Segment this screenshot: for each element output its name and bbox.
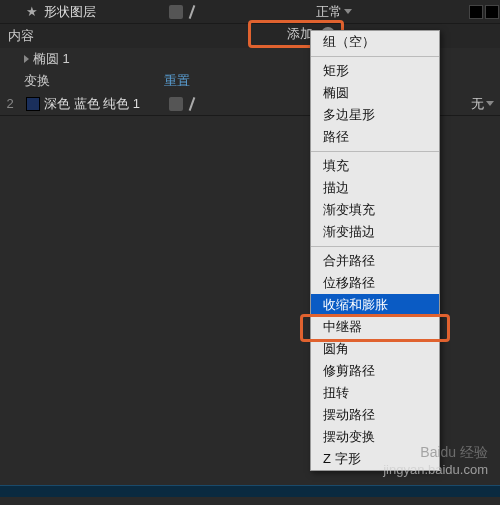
transform-label: 变换 — [24, 72, 164, 90]
fx-icon[interactable] — [185, 97, 199, 111]
shy-icon[interactable] — [169, 97, 183, 111]
fx-icon[interactable] — [185, 5, 199, 19]
menu-separator — [311, 56, 439, 57]
menu-item[interactable]: 位移路径 — [311, 272, 439, 294]
timeline-strip — [0, 485, 500, 497]
menu-item[interactable]: 圆角 — [311, 338, 439, 360]
blend-mode[interactable]: 正常 — [310, 3, 358, 21]
menu-item[interactable]: 多边星形 — [311, 104, 439, 126]
menu-item[interactable]: 渐变描边 — [311, 221, 439, 243]
watermark: Baidu 经验 jingyan.baidu.com — [383, 444, 488, 477]
menu-item[interactable]: 路径 — [311, 126, 439, 148]
color-swatch — [469, 5, 483, 19]
menu-item[interactable]: 中继器 — [311, 316, 439, 338]
parent-link[interactable]: 无 — [465, 95, 500, 113]
menu-item[interactable]: 渐变填充 — [311, 199, 439, 221]
menu-item[interactable]: 描边 — [311, 177, 439, 199]
menu-item[interactable]: 填充 — [311, 155, 439, 177]
expand-icon[interactable] — [24, 55, 29, 63]
ellipse-name: 椭圆 1 — [33, 50, 70, 68]
menu-item[interactable]: 摆动路径 — [311, 404, 439, 426]
add-menu: 组（空）矩形椭圆多边星形路径填充描边渐变填充渐变描边合并路径位移路径收缩和膨胀中… — [310, 30, 440, 471]
menu-item[interactable]: 合并路径 — [311, 250, 439, 272]
color-swatch — [485, 5, 499, 19]
shy-icon[interactable] — [169, 5, 183, 19]
content-label: 内容 — [8, 27, 34, 45]
menu-item[interactable]: 椭圆 — [311, 82, 439, 104]
menu-item[interactable]: 收缩和膨胀 — [311, 294, 439, 316]
color-label — [20, 96, 38, 112]
solid-name[interactable]: 深色 蓝色 纯色 1 — [38, 95, 168, 113]
menu-item[interactable]: 矩形 — [311, 60, 439, 82]
star-icon[interactable]: ★ — [20, 4, 38, 19]
menu-separator — [311, 246, 439, 247]
menu-separator — [311, 151, 439, 152]
reset-link[interactable]: 重置 — [164, 72, 190, 90]
menu-item[interactable]: 组（空） — [311, 31, 439, 53]
layer-num: 2 — [0, 96, 20, 111]
menu-item[interactable]: 修剪路径 — [311, 360, 439, 382]
menu-item[interactable]: 扭转 — [311, 382, 439, 404]
layer-name[interactable]: 形状图层 — [38, 3, 168, 21]
